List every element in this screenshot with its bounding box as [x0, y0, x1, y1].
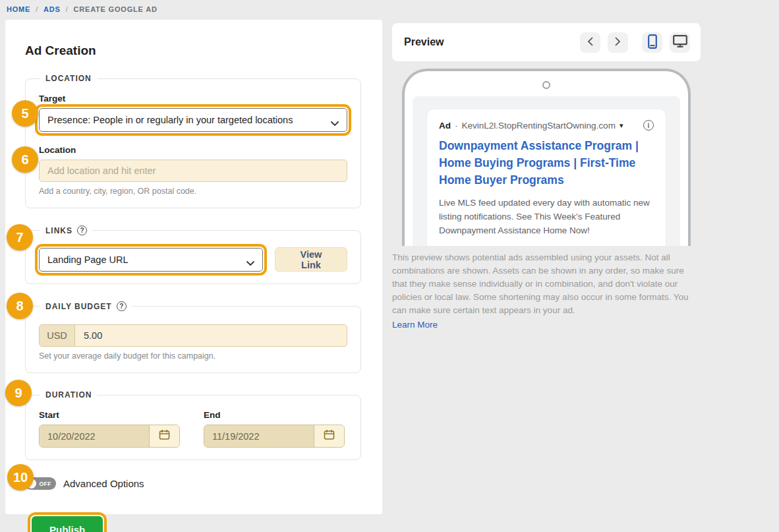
daily-budget-input[interactable]: 5.00 — [75, 325, 347, 346]
calendar-icon — [159, 429, 170, 443]
learn-more-link[interactable]: Learn More — [392, 318, 438, 332]
ad-meta-row: Ad · KevinL2l.StopRentingStartOwning.com… — [439, 120, 654, 131]
link-type-select-value: Landing Page URL — [47, 254, 129, 265]
target-select[interactable]: Presence: People in or regularly in your… — [39, 108, 347, 132]
location-legend: LOCATION — [40, 74, 97, 83]
preview-header: Preview — [392, 23, 701, 61]
preview-disclaimer: This preview shows potential ads assembl… — [392, 251, 697, 332]
breadcrumb-current: CREATE GOOGLE AD — [74, 5, 158, 13]
ad-description: Live MLS feed updated every day with aut… — [439, 196, 654, 238]
ad-creation-card: Ad Creation LOCATION Target Presence: Pe… — [5, 20, 382, 514]
start-date-group: 10/20/2022 — [39, 425, 180, 448]
previous-preview-button[interactable] — [580, 32, 600, 53]
links-legend: LINKS ? — [40, 225, 92, 235]
annotation-badge-9: 9 — [5, 380, 32, 406]
location-legend-label: LOCATION — [45, 74, 92, 83]
disclaimer-text: This preview shows potential ads assembl… — [392, 252, 688, 315]
chevron-down-icon — [246, 258, 254, 268]
end-date-group: 11/19/2022 — [204, 425, 345, 448]
location-label: Location — [39, 145, 347, 155]
info-icon[interactable]: i — [643, 120, 654, 131]
link-type-select[interactable]: Landing Page URL — [39, 248, 263, 272]
start-date-calendar-button[interactable] — [149, 425, 179, 447]
mobile-preview-button[interactable] — [642, 32, 662, 53]
preview-controls — [580, 32, 690, 53]
annotation-badge-10: 10 — [7, 464, 34, 490]
breadcrumb-separator: / — [66, 5, 69, 13]
daily-budget-legend-label: DAILY BUDGET — [45, 302, 112, 311]
ad-tag: Ad — [439, 121, 451, 131]
view-link-button[interactable]: View Link — [275, 247, 347, 272]
breadcrumb-separator: / — [36, 5, 38, 13]
help-icon[interactable]: ? — [77, 225, 87, 235]
breadcrumb-home[interactable]: HOME — [7, 5, 30, 13]
location-section: LOCATION Target Presence: People in or r… — [25, 74, 361, 208]
annotation-badge-7: 7 — [7, 224, 33, 251]
next-preview-button[interactable] — [608, 32, 628, 53]
publish-button[interactable]: Publish — [32, 516, 103, 532]
location-helper-text: Add a country, city, region, OR postal c… — [39, 187, 347, 196]
advanced-options-label: Advanced Options — [63, 478, 144, 489]
ad-headline[interactable]: Downpayment Assistance Program | Home Bu… — [439, 138, 654, 189]
end-date-label: End — [204, 410, 345, 420]
start-date-input[interactable]: 10/20/2022 — [40, 425, 149, 447]
location-input[interactable]: Add location and hit enter — [39, 160, 347, 182]
location-input-placeholder: Add location and hit enter — [47, 165, 156, 176]
preview-title: Preview — [404, 36, 444, 48]
phone-screen: Ad · KevinL2l.StopRentingStartOwning.com… — [413, 96, 680, 246]
toggle-state-label: OFF — [40, 481, 52, 487]
end-date-input[interactable]: 11/19/2022 — [204, 425, 314, 447]
start-date-label: Start — [39, 410, 180, 420]
ad-bullet: · — [455, 121, 458, 131]
links-legend-label: LINKS — [45, 226, 72, 235]
target-label: Target — [39, 94, 347, 103]
chevron-left-icon — [587, 37, 593, 48]
advanced-options-row: OFF Advanced Options — [25, 477, 382, 490]
daily-budget-helper-text: Set your average daily budget for this c… — [39, 351, 347, 361]
breadcrumb-ads[interactable]: ADS — [43, 5, 61, 13]
page-title: Ad Creation — [25, 44, 382, 58]
desktop-preview-button[interactable] — [670, 32, 690, 53]
ad-display-url: KevinL2l.StopRentingStartOwning.com — [462, 121, 616, 131]
mobile-icon — [648, 34, 657, 51]
phone-camera-dot — [542, 81, 550, 89]
links-section: LINKS ? Landing Page URL View Link — [25, 225, 361, 284]
caret-down-icon[interactable]: ▾ — [620, 121, 623, 130]
desktop-icon — [673, 35, 687, 49]
annotation-badge-5: 5 — [12, 100, 38, 127]
target-select-value: Presence: People in or regularly in your… — [47, 115, 293, 125]
help-icon[interactable]: ? — [117, 301, 127, 311]
ad-preview-card: Ad · KevinL2l.StopRentingStartOwning.com… — [427, 109, 666, 246]
annotation-badge-6: 6 — [12, 146, 38, 173]
daily-budget-section: DAILY BUDGET ? USD 5.00 Set your average… — [25, 301, 361, 373]
breadcrumb: HOME / ADS / CREATE GOOGLE AD — [7, 5, 158, 13]
annotation-badge-8: 8 — [7, 293, 33, 319]
calendar-icon — [324, 429, 335, 443]
phone-mockup: Ad · KevinL2l.StopRentingStartOwning.com… — [402, 69, 691, 246]
duration-section: DURATION Start 10/20/2022 End 11/19/2022 — [25, 390, 361, 460]
currency-prefix: USD — [40, 325, 75, 346]
daily-budget-legend: DAILY BUDGET ? — [40, 301, 132, 311]
chevron-down-icon — [331, 118, 339, 129]
duration-legend-label: DURATION — [45, 390, 92, 399]
duration-legend: DURATION — [40, 390, 97, 399]
daily-budget-input-group: USD 5.00 — [39, 324, 347, 347]
chevron-right-icon — [615, 37, 621, 48]
end-date-calendar-button[interactable] — [314, 425, 344, 447]
